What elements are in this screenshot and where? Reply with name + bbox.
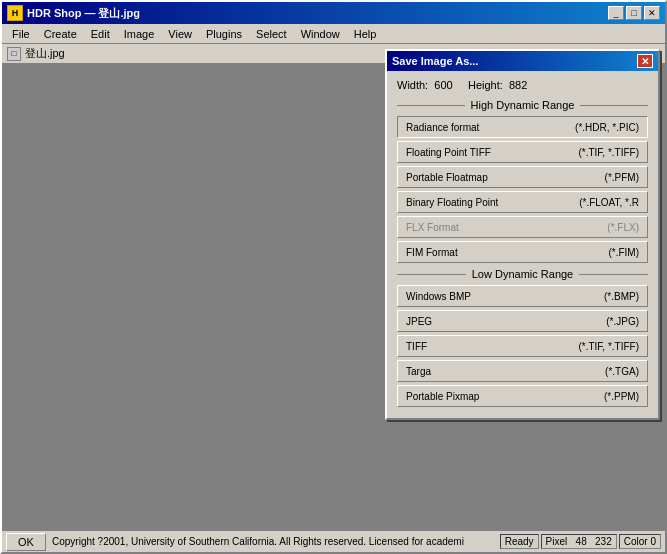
menu-file[interactable]: File [6, 27, 36, 41]
save-dialog: Save Image As... ✕ Width: 600 Height: 88… [385, 49, 660, 420]
pixel-x: 48 [576, 536, 587, 547]
height-value: 882 [509, 79, 527, 91]
ready-status: Ready [500, 534, 539, 549]
status-right-panel: Ready Pixel 48 232 Color 0 [500, 534, 661, 549]
dialog-dimensions: Width: 600 Height: 882 [397, 79, 648, 91]
dialog-title: Save Image As... [392, 55, 478, 67]
ldr-format-ppm[interactable]: Portable Pixmap (*.PPM) [397, 385, 648, 407]
menu-bar: File Create Edit Image View Plugins Sele… [2, 24, 665, 44]
pixel-coords: Pixel 48 232 [541, 534, 617, 549]
copyright-text: Copyright ?2001, University of Southern … [46, 536, 500, 547]
title-bar-left: H HDR Shop — 登山.jpg [7, 5, 140, 21]
dialog-content: Width: 600 Height: 882 High Dynamic Rang… [387, 71, 658, 418]
ldr-format-tga[interactable]: Targa (*.TGA) [397, 360, 648, 382]
maximize-button[interactable]: □ [626, 6, 642, 20]
ldr-format-bmp[interactable]: Windows BMP (*.BMP) [397, 285, 648, 307]
main-window: H HDR Shop — 登山.jpg _ □ ✕ File Create Ed… [0, 0, 667, 554]
ldr-section-label: Low Dynamic Range [397, 268, 648, 280]
height-label: Height: [468, 79, 503, 91]
hdr-format-radiance[interactable]: Radiance format (*.HDR, *.PIC) [397, 116, 648, 138]
window-controls: _ □ ✕ [608, 6, 660, 20]
ok-button[interactable]: OK [6, 533, 46, 551]
ldr-format-jpeg[interactable]: JPEG (*.JPG) [397, 310, 648, 332]
width-value: 600 [434, 79, 452, 91]
image-icon: □ [7, 47, 21, 61]
title-bar: H HDR Shop — 登山.jpg _ □ ✕ [2, 2, 665, 24]
content-area: □ 登山.jpg [2, 44, 665, 530]
ldr-section-text: Low Dynamic Range [466, 268, 580, 280]
menu-edit[interactable]: Edit [85, 27, 116, 41]
hdr-format-fim[interactable]: FIM Format (*.FIM) [397, 241, 648, 263]
menu-plugins[interactable]: Plugins [200, 27, 248, 41]
dialog-title-bar: Save Image As... ✕ [387, 51, 658, 71]
hdr-format-tiff[interactable]: Floating Point TIFF (*.TIF, *.TIFF) [397, 141, 648, 163]
width-label: Width: [397, 79, 428, 91]
menu-view[interactable]: View [162, 27, 198, 41]
hdr-format-pfm[interactable]: Portable Floatmap (*.PFM) [397, 166, 648, 188]
status-bar: OK Copyright ?2001, University of Southe… [2, 530, 665, 552]
hdr-section-text: High Dynamic Range [465, 99, 581, 111]
pixel-y: 232 [595, 536, 612, 547]
hdr-format-float[interactable]: Binary Floating Point (*.FLOAT, *.R [397, 191, 648, 213]
ldr-format-tiff[interactable]: TIFF (*.TIF, *.TIFF) [397, 335, 648, 357]
minimize-button[interactable]: _ [608, 6, 624, 20]
pixel-label: Pixel [546, 536, 568, 547]
menu-help[interactable]: Help [348, 27, 383, 41]
hdr-section-label: High Dynamic Range [397, 99, 648, 111]
menu-select[interactable]: Select [250, 27, 293, 41]
close-button[interactable]: ✕ [644, 6, 660, 20]
dialog-close-button[interactable]: ✕ [637, 54, 653, 68]
menu-create[interactable]: Create [38, 27, 83, 41]
menu-image[interactable]: Image [118, 27, 161, 41]
hdr-format-flx[interactable]: FLX Format (*.FLX) [397, 216, 648, 238]
image-title: 登山.jpg [25, 46, 65, 61]
window-title: HDR Shop — 登山.jpg [27, 6, 140, 21]
app-icon: H [7, 5, 23, 21]
color-value: Color 0 [619, 534, 661, 549]
menu-window[interactable]: Window [295, 27, 346, 41]
